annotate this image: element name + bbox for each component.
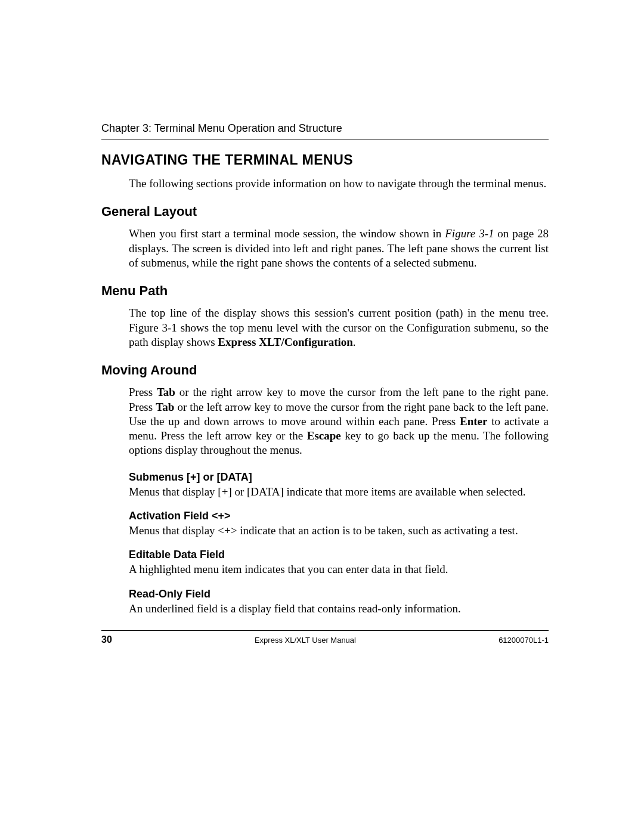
subsub-activation-field: Activation Field <+> <box>129 510 549 522</box>
header-rule <box>101 140 549 140</box>
key-tab: Tab <box>156 401 174 413</box>
key-escape: Escape <box>307 429 341 442</box>
figure-reference: Figure 3-1 <box>445 227 494 240</box>
activation-field-body: Menus that display <+> indicate that an … <box>129 524 549 538</box>
footer-doc-code: 61200070L1-1 <box>499 636 549 645</box>
text-run: . <box>353 336 356 348</box>
key-enter: Enter <box>460 415 487 428</box>
editable-data-field-body: A highlighted menu item indicates that y… <box>129 562 549 577</box>
read-only-field-body: An underlined field is a display field t… <box>129 602 549 616</box>
moving-around-paragraph: Press Tab or the right arrow key to move… <box>129 385 549 458</box>
intro-block: The following sections provide informati… <box>129 176 549 191</box>
chapter-header: Chapter 3: Terminal Menu Operation and S… <box>101 122 549 135</box>
subheading-general-layout: General Layout <box>101 204 549 219</box>
subheading-menu-path: Menu Path <box>101 283 549 299</box>
subsub-read-only-field: Read-Only Field <box>129 588 549 600</box>
footer-center: Express XL/XLT User Manual <box>255 636 356 645</box>
general-layout-paragraph: When you first start a terminal mode ses… <box>129 227 549 270</box>
submenus-body: Menus that display [+] or [DATA] indicat… <box>129 485 549 499</box>
page-footer: 30 Express XL/XLT User Manual 61200070L1… <box>101 634 549 645</box>
menu-path-paragraph: The top line of the display shows this s… <box>129 306 549 349</box>
subheading-moving-around: Moving Around <box>101 363 549 378</box>
section-heading-navigating: NAVIGATING THE TERMINAL MENUS <box>101 152 549 168</box>
footer-rule <box>101 630 549 631</box>
page-number: 30 <box>101 634 112 645</box>
subsub-editable-data-field: Editable Data Field <box>129 549 549 561</box>
text-run: Press <box>129 386 157 398</box>
text-run: When you first start a terminal mode ses… <box>129 227 445 240</box>
intro-paragraph: The following sections provide informati… <box>129 176 549 191</box>
subsub-submenus: Submenus [+] or [DATA] <box>129 471 549 484</box>
key-tab: Tab <box>157 386 175 398</box>
bold-path-example: Express XLT/Configuration <box>218 336 352 348</box>
manual-page: Chapter 3: Terminal Menu Operation and S… <box>0 0 644 833</box>
